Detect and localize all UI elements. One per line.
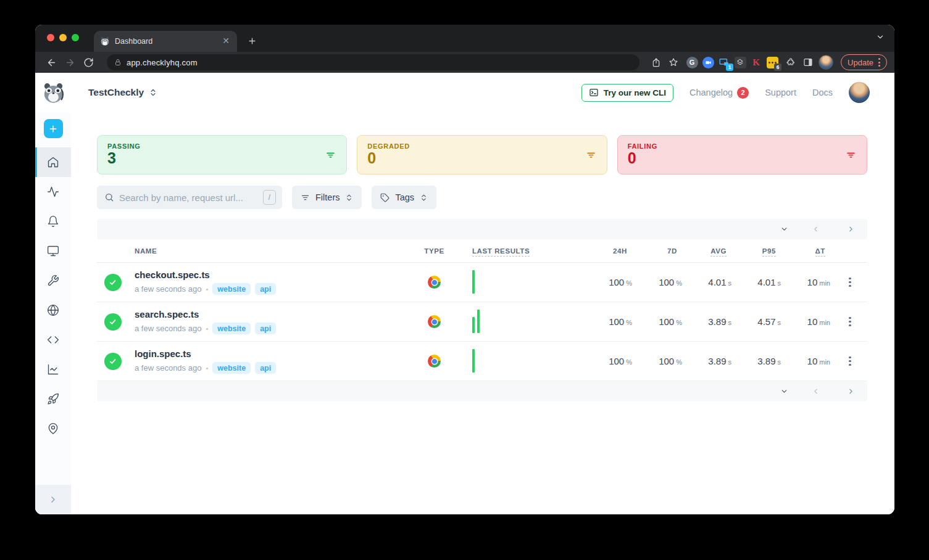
maximize-window-button[interactable]	[72, 34, 79, 41]
name-cell[interactable]: search.spec.ts a few seconds ago•website…	[135, 309, 414, 334]
row-menu-button[interactable]	[833, 356, 867, 366]
filters-button[interactable]: Filters	[292, 186, 362, 209]
extensions-menu-button[interactable]	[784, 56, 798, 69]
reload-button[interactable]	[81, 55, 96, 70]
tag-pill[interactable]: website	[212, 323, 251, 334]
share-button[interactable]	[649, 56, 663, 69]
create-check-button[interactable]	[44, 119, 63, 138]
account-switcher[interactable]: TestCheckly	[88, 87, 157, 98]
sidebar-item-activity[interactable]	[35, 177, 71, 207]
window-controls[interactable]	[47, 34, 79, 41]
tab-close-icon[interactable]: ✕	[221, 36, 231, 46]
chevron-down-icon	[780, 387, 788, 395]
last-results-cell[interactable]	[455, 342, 581, 381]
browser-profile-avatar[interactable]	[819, 55, 833, 70]
filter-icon	[301, 193, 310, 202]
browser-tab-dashboard[interactable]: Dashboard ✕	[94, 31, 237, 52]
extension-notes-button[interactable]: 6	[765, 56, 779, 69]
chevrons-up-down-icon	[420, 194, 428, 202]
name-cell[interactable]: login.spec.ts a few seconds ago•websitea…	[135, 348, 414, 374]
account-name: TestCheckly	[88, 87, 144, 98]
filter-icon[interactable]	[585, 149, 597, 163]
check-name: search.spec.ts	[135, 309, 414, 319]
result-bar[interactable]	[477, 310, 480, 333]
filter-row: / Filters Tags	[97, 186, 867, 209]
sidebar-expand-button[interactable]	[35, 485, 71, 514]
extension-kagi-button[interactable]: K	[749, 56, 763, 69]
tag-pill[interactable]: api	[255, 283, 276, 295]
app-header: TestCheckly Try our new CLI Changelog2Su…	[35, 73, 894, 112]
side-panel-button[interactable]	[801, 56, 815, 69]
table-row[interactable]: search.spec.ts a few seconds ago•website…	[97, 302, 867, 342]
last-results-cell[interactable]	[455, 302, 581, 341]
tab-search-button[interactable]	[876, 33, 885, 44]
result-bar[interactable]	[472, 270, 475, 294]
extension-cast-button[interactable]: 1	[717, 56, 731, 69]
search-box[interactable]: /	[97, 186, 282, 209]
sidebar-item-wrench[interactable]	[35, 266, 71, 295]
user-avatar[interactable]	[849, 82, 870, 103]
minimize-window-button[interactable]	[59, 34, 67, 41]
sidebar-item-pin[interactable]	[35, 414, 71, 443]
search-input[interactable]	[119, 192, 258, 203]
row-menu-button[interactable]	[833, 278, 867, 287]
extension-grammarly-button[interactable]: G	[685, 56, 699, 69]
sidebar-item-code[interactable]	[35, 325, 71, 355]
tab-title: Dashboard	[115, 37, 216, 46]
prev-page-button[interactable]	[812, 387, 820, 395]
url-bar[interactable]: app.checklyhq.com	[107, 54, 639, 70]
new-tab-button[interactable]	[243, 32, 260, 49]
status-card-degraded[interactable]: DEGRADED 0	[357, 135, 607, 175]
sidebar-item-globe[interactable]	[35, 295, 71, 325]
try-cli-button[interactable]: Try our new CLI	[581, 84, 673, 102]
bookmark-button[interactable]	[667, 56, 680, 69]
close-window-button[interactable]	[47, 34, 54, 41]
sidebar-item-bell[interactable]	[35, 207, 71, 236]
status-card-passing[interactable]: PASSING 3	[97, 135, 347, 175]
next-page-button[interactable]	[847, 387, 855, 395]
status-card-failing[interactable]: FAILING 0	[617, 135, 867, 175]
plus-icon	[248, 36, 257, 46]
sidebar-item-chart[interactable]	[35, 355, 71, 384]
row-menu-button[interactable]	[833, 317, 867, 327]
tags-button[interactable]: Tags	[372, 186, 436, 209]
sidebar-item-rocket[interactable]	[35, 384, 71, 414]
nav-link-support[interactable]: Support	[765, 88, 796, 97]
tag-pill[interactable]: api	[255, 362, 276, 374]
extension-zoom-button[interactable]	[701, 56, 715, 69]
table-row[interactable]: login.spec.ts a few seconds ago•websitea…	[97, 342, 867, 381]
avg-value: 3.89s	[685, 316, 734, 327]
extension-layers-button[interactable]	[733, 56, 747, 69]
table-row[interactable]: checkout.spec.ts a few seconds ago•websi…	[97, 263, 867, 302]
p95-value: 4.01s	[734, 277, 783, 287]
tag-pill[interactable]: api	[255, 323, 276, 334]
chevron-down-icon	[780, 225, 788, 233]
next-page-button[interactable]	[847, 225, 855, 233]
sidebar-item-monitor[interactable]	[35, 236, 71, 266]
forward-button[interactable]	[62, 55, 77, 70]
result-bar[interactable]	[472, 349, 475, 373]
filter-icon[interactable]	[325, 149, 336, 163]
nav-link-docs[interactable]: Docs	[812, 88, 833, 97]
prev-page-button[interactable]	[812, 225, 820, 233]
globe-icon	[47, 304, 59, 316]
result-bar[interactable]	[472, 317, 475, 333]
chrome-browser-icon	[428, 355, 441, 368]
sidebar-item-home[interactable]	[35, 147, 71, 177]
tag-pill[interactable]: website	[212, 362, 251, 374]
name-cell[interactable]: checkout.spec.ts a few seconds ago•websi…	[135, 270, 414, 295]
items-per-page[interactable]	[776, 387, 788, 395]
update-label: Update	[848, 58, 873, 67]
browser-menu-icon[interactable]	[878, 58, 880, 67]
last-results-cell[interactable]	[455, 263, 581, 302]
kagi-icon: K	[752, 57, 760, 68]
p95-value: 4.57s	[734, 316, 783, 327]
checkly-logo[interactable]	[35, 81, 71, 104]
chrome-update-button[interactable]: Update	[841, 54, 887, 70]
tag-pill[interactable]: website	[212, 283, 251, 295]
items-per-page[interactable]	[776, 225, 788, 233]
filter-icon[interactable]	[845, 149, 857, 163]
back-button[interactable]	[44, 55, 59, 70]
nav-link-changelog[interactable]: Changelog2	[689, 87, 749, 99]
dot-separator: •	[206, 325, 208, 332]
